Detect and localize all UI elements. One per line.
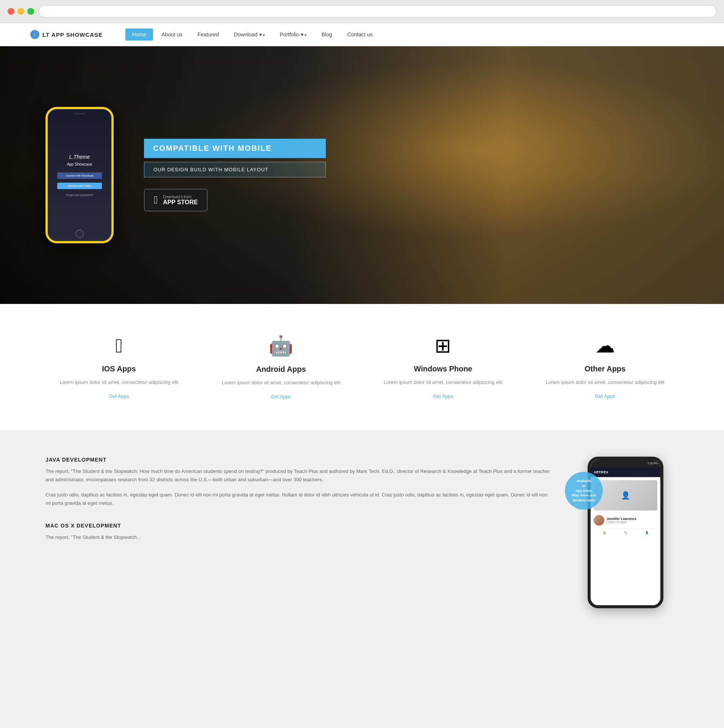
dot-green[interactable] xyxy=(27,8,34,15)
available-badge: Available on App Store, Play Store and W… xyxy=(565,472,603,510)
phone2-person-name: Jennifer Lawrence xyxy=(607,517,636,521)
dot-yellow[interactable] xyxy=(17,8,24,15)
logo-text: LT APP SHOWCASE xyxy=(42,31,103,38)
phone2-nav-search[interactable]: 🔍 xyxy=(624,531,627,534)
address-bar[interactable] xyxy=(39,5,716,17)
browser-dots xyxy=(8,8,34,15)
feature-java-title: JAVA DEVELOPMENT xyxy=(45,457,550,463)
features-phone-area: Available on App Store, Play Store and W… xyxy=(572,457,679,608)
phone-screen: L.Theme App Showcase Connect with Facebo… xyxy=(48,109,111,241)
feature-java-desc2: Cras justo odio, dapibus ac facilisis in… xyxy=(45,491,550,507)
phone2-nav-user[interactable]: 👤 xyxy=(645,531,649,534)
ios-link[interactable]: Get Apps xyxy=(109,393,129,399)
hero-content: L.Theme App Showcase Connect with Facebo… xyxy=(0,107,724,243)
feature-java-desc1: The report, "The Student & the Stopwatch… xyxy=(45,467,550,484)
phone2-nav-home[interactable]: 🏠 xyxy=(603,531,606,534)
android-title: Android Apps xyxy=(208,365,355,374)
other-desc: Lorem ipsum dolor sit amet, consectetur … xyxy=(532,379,679,387)
other-link[interactable]: Get Apps xyxy=(595,393,615,399)
phone-home-button xyxy=(75,230,84,238)
phone2-profile: Jennifer Lawrence Graphic Designer xyxy=(594,514,657,527)
feature-mac-desc: The report, "The Student & the Stopwatch… xyxy=(45,533,550,542)
appstore-pre-text: Download it from xyxy=(163,195,198,199)
badge-line2: on xyxy=(582,484,586,488)
app-card-windows: ⊞ Windows Phone Lorem ipsum dolor sit am… xyxy=(370,334,517,400)
badge-line5: Window store xyxy=(573,498,595,503)
apps-section:  IOS Apps Lorem ipsum dolor sit amet, c… xyxy=(0,304,724,430)
nav-link-portfolio[interactable]: Portfolio ▾ xyxy=(273,28,313,41)
nav-item-featured[interactable]: Featured xyxy=(191,31,226,38)
site-wrapper: ↓ LT APP SHOWCASE Home About us Featured… xyxy=(0,23,724,635)
cloud-icon: ☁ xyxy=(532,334,679,357)
nav-link-contact[interactable]: Contact us xyxy=(341,28,380,41)
nav-item-home[interactable]: Home xyxy=(125,31,153,38)
android-icon: 🤖 xyxy=(208,334,355,357)
phone-app-name: App Showcase xyxy=(67,162,92,166)
logo-icon: ↓ xyxy=(30,30,39,39)
dot-red[interactable] xyxy=(8,8,14,15)
phone-speaker xyxy=(74,113,85,114)
nav-link-about[interactable]: About us xyxy=(155,28,189,41)
phone2-bottom-nav: 🏠 🔍 👤 xyxy=(594,529,657,537)
features-text: JAVA DEVELOPMENT The report, "The Studen… xyxy=(45,457,550,557)
nav-link-download[interactable]: Download ▾ xyxy=(227,28,272,41)
windows-link[interactable]: Get Apps xyxy=(433,393,453,399)
other-title: Other Apps xyxy=(532,365,679,373)
nav-item-download[interactable]: Download ▾ xyxy=(227,31,272,38)
windows-title: Windows Phone xyxy=(370,365,517,373)
badge-line4: Play Store and xyxy=(572,493,596,498)
phone2-avatar xyxy=(594,515,604,526)
phone-mockup: L.Theme App Showcase Connect with Facebo… xyxy=(45,107,114,243)
phone2-time: 7:15 PM xyxy=(647,462,657,465)
nav-item-portfolio[interactable]: Portfolio ▾ xyxy=(273,31,313,38)
ios-desc: Lorem ipsum dolor sit amet, consectetur … xyxy=(45,379,192,387)
phone-forgot[interactable]: Forgot your password? xyxy=(66,194,93,196)
app-card-android: 🤖 Android Apps Lorem ipsum dolor sit ame… xyxy=(208,334,355,400)
phone2-image: 👤 xyxy=(594,480,657,510)
phone2-app-name: ARTIFEX xyxy=(594,470,608,474)
nav-link-home[interactable]: Home xyxy=(125,28,153,41)
app-card-ios:  IOS Apps Lorem ipsum dolor sit amet, c… xyxy=(45,334,192,400)
features-section: JAVA DEVELOPMENT The report, "The Studen… xyxy=(0,430,724,635)
appstore-text: Download it from APP STORE xyxy=(163,195,198,206)
badge-line1: Available xyxy=(576,479,591,484)
nav-item-blog[interactable]: Blog xyxy=(315,31,339,38)
nav-link-blog[interactable]: Blog xyxy=(315,28,339,41)
appstore-main-text: APP STORE xyxy=(163,199,198,206)
app-card-other: ☁ Other Apps Lorem ipsum dolor sit amet,… xyxy=(532,334,679,400)
nav-item-about[interactable]: About us xyxy=(155,31,189,38)
badge-line3: App Store, xyxy=(575,488,593,493)
phone2-person-subtitle: Graphic Designer xyxy=(607,521,636,523)
windows-icon: ⊞ xyxy=(370,334,517,357)
phone2-status-bar: 7:15 PM xyxy=(591,460,660,467)
phone2-app-header: ARTIFEX xyxy=(591,467,660,477)
phone-facebook-btn[interactable]: Connect with Facebook xyxy=(57,172,102,179)
feature-mac-title: MAC OS X DEVELOPMENT xyxy=(45,523,550,529)
appstore-button[interactable]:  Download it from APP STORE xyxy=(144,189,208,211)
ios-title: IOS Apps xyxy=(45,365,192,373)
phone2-screen: 7:15 PM ARTIFEX 👤 Jennifer Lawrence xyxy=(591,460,660,605)
hero-subline: OUR DESIGN BUILD WITH MOBILE LAYOUT xyxy=(144,162,326,177)
feature-mac: MAC OS X DEVELOPMENT The report, "The St… xyxy=(45,523,550,542)
logo[interactable]: ↓ LT APP SHOWCASE xyxy=(30,30,103,39)
ios-icon:  xyxy=(45,334,192,357)
feature-java: JAVA DEVELOPMENT The report, "The Studen… xyxy=(45,457,550,507)
nav-link-featured[interactable]: Featured xyxy=(191,28,226,41)
phone-twitter-btn[interactable]: Connect with Twitter xyxy=(57,183,102,189)
windows-desc: Lorem ipsum dolor sit amet, consectetur … xyxy=(370,379,517,387)
navbar: ↓ LT APP SHOWCASE Home About us Featured… xyxy=(0,23,724,46)
android-link[interactable]: Get Apps xyxy=(271,394,291,399)
nav-links: Home About us Featured Download ▾ Portfo… xyxy=(125,31,380,38)
nav-item-contact[interactable]: Contact us xyxy=(341,31,380,38)
hero-headline: COMPATIBLE WITH MOBILE xyxy=(144,139,326,158)
hero-text: COMPATIBLE WITH MOBILE OUR DESIGN BUILD … xyxy=(144,139,679,211)
browser-chrome xyxy=(0,0,724,23)
phone2-person-info: Jennifer Lawrence Graphic Designer xyxy=(607,517,636,523)
phone2-img-label: 👤 xyxy=(621,491,630,500)
phone-title: L.Theme xyxy=(69,154,90,160)
apple-icon:  xyxy=(154,194,158,206)
hero-section: L.Theme App Showcase Connect with Facebo… xyxy=(0,46,724,304)
android-desc: Lorem ipsum dolor sit amet, consectetur … xyxy=(208,379,355,387)
